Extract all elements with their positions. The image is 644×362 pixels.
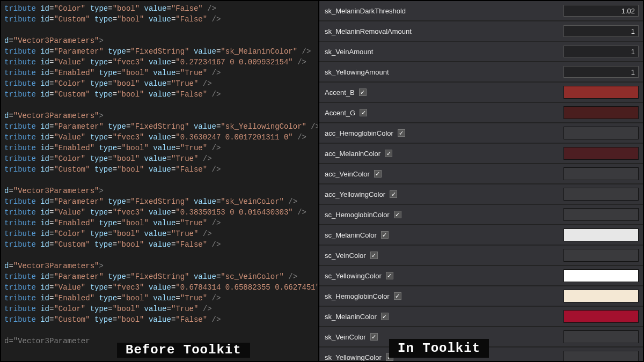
numeric-input[interactable]: 1 — [564, 46, 639, 57]
property-label: acc_VeinColor — [325, 170, 370, 178]
checkbox-icon[interactable]: ✓ — [374, 170, 382, 178]
property-panel: sk_MelaninDarkThreshold1.02sk_MelaninRem… — [319, 1, 643, 361]
property-label: Accent_B — [325, 88, 355, 97]
property-label: Accent_G — [325, 109, 355, 117]
code-line: tribute id="Parameter" type="FixedString… — [4, 196, 315, 207]
property-label: sk_MelaninColor — [325, 313, 377, 321]
property-label: sk_YellowingAmount — [325, 68, 389, 76]
code-line: tribute id="Color" type="bool" value="Tr… — [4, 304, 315, 314]
color-swatch[interactable] — [564, 106, 639, 119]
property-list: sk_MelaninDarkThreshold1.02sk_MelaninRem… — [319, 1, 643, 361]
property-row-color: acc_MelaninColor✓ — [319, 144, 643, 164]
property-row-numeric: sk_VeinAmount1 — [319, 42, 643, 62]
property-row-color: sk_HemoglobinColor✓ — [319, 286, 643, 306]
checkbox-icon[interactable]: ✓ — [390, 190, 397, 198]
checkbox-icon[interactable]: ✓ — [398, 129, 405, 137]
code-line: tribute id="Color" type="bool" value="Tr… — [4, 153, 315, 164]
property-row-color: sc_YellowingColor✓ — [319, 266, 643, 286]
property-row-numeric: sk_MelaninRemovalAmount1 — [319, 21, 643, 41]
property-row-color: sc_HemoglobinColor✓ — [319, 205, 643, 225]
code-line: tribute id="Custom" type="bool" value="F… — [4, 239, 315, 250]
property-label: sk_MelaninDarkThreshold — [325, 7, 406, 15]
property-row-color: acc_VeinColor✓ — [319, 164, 643, 184]
xml-code: tribute id="Color" type="bool" value="Fa… — [4, 3, 315, 346]
color-swatch[interactable] — [564, 310, 639, 323]
code-line: tribute id="Custom" type="bool" value="F… — [4, 89, 315, 100]
code-line: tribute id="Enabled" type="bool" value="… — [4, 218, 315, 228]
color-swatch[interactable] — [564, 249, 639, 262]
color-swatch[interactable] — [564, 86, 639, 99]
property-row-color: Accent_B✓ — [319, 83, 643, 102]
property-row-color: acc_HemoglobinColor✓ — [319, 123, 643, 143]
blank-line — [4, 250, 315, 261]
property-label: sc_HemoglobinColor — [325, 211, 390, 219]
checkbox-icon[interactable]: ✓ — [359, 88, 367, 96]
property-label: sc_VeinColor — [325, 252, 366, 260]
blank-line — [4, 100, 315, 110]
checkbox-icon[interactable]: ✓ — [394, 292, 401, 300]
numeric-input[interactable]: 1 — [564, 25, 639, 37]
blank-line — [4, 325, 315, 336]
code-line: tribute id="Color" type="bool" value="Tr… — [4, 228, 315, 239]
blank-line — [4, 175, 315, 186]
code-line: d="Vector3Parameters"> — [4, 110, 315, 121]
property-row-color: sk_MelaninColor✓ — [319, 307, 643, 327]
code-line: d="Vector3Parameters"> — [4, 35, 315, 46]
color-swatch[interactable] — [564, 228, 639, 241]
property-label: acc_MelaninColor — [325, 150, 380, 158]
property-row-color: sc_MelaninColor✓ — [319, 225, 643, 245]
property-row-numeric: sk_YellowingAmount1 — [319, 62, 643, 82]
property-label: sk_MelaninRemovalAmount — [325, 27, 412, 35]
checkbox-icon[interactable]: ✓ — [370, 252, 378, 259]
checkbox-icon[interactable]: ✓ — [386, 272, 393, 279]
color-swatch[interactable] — [564, 188, 639, 201]
property-row-color: sc_VeinColor✓ — [319, 246, 643, 265]
color-swatch[interactable] — [564, 147, 639, 160]
code-line: tribute id="Color" type="bool" value="Fa… — [4, 3, 315, 14]
property-label: sk_VeinColor — [325, 333, 366, 341]
code-line: tribute id="Enabled" type="bool" value="… — [4, 68, 315, 78]
property-row-color: Accent_G✓ — [319, 103, 643, 123]
numeric-input[interactable]: 1.02 — [564, 5, 639, 17]
code-line: d="Vector3Parameters"> — [4, 261, 315, 271]
property-label: sk_YellowingColor — [325, 353, 382, 361]
property-label: sc_YellowingColor — [325, 272, 382, 280]
color-swatch[interactable] — [564, 290, 639, 302]
checkbox-icon[interactable]: ✓ — [394, 211, 401, 218]
color-swatch[interactable] — [564, 269, 639, 282]
code-line: tribute id="Custom" type="bool" value="F… — [4, 14, 315, 25]
property-row-color: acc_YellowingColor✓ — [319, 184, 643, 204]
color-swatch[interactable] — [564, 351, 639, 361]
code-line: tribute id="Custom" type="bool" value="F… — [4, 164, 315, 175]
checkbox-icon[interactable]: ✓ — [381, 313, 389, 320]
color-swatch[interactable] — [564, 127, 639, 139]
code-line: tribute id="Custom" type="bool" value="F… — [4, 314, 315, 325]
code-panel: tribute id="Color" type="bool" value="Fa… — [1, 1, 319, 361]
color-swatch[interactable] — [564, 167, 639, 180]
property-label: acc_YellowingColor — [325, 190, 385, 198]
code-line: tribute id="Parameter" type="FixedString… — [4, 46, 315, 57]
property-label: acc_HemoglobinColor — [325, 129, 393, 137]
checkbox-icon[interactable]: ✓ — [385, 150, 392, 157]
code-line: tribute id="Value" type="fvec3" value="0… — [4, 132, 315, 143]
code-line: tribute id="Enabled" type="bool" value="… — [4, 293, 315, 304]
code-line: d="Vector3Parameters"> — [4, 186, 315, 196]
code-line: tribute id="Value" type="fvec3" value="0… — [4, 282, 315, 293]
blank-line — [4, 25, 315, 35]
code-line: tribute id="Parameter" type="FixedString… — [4, 121, 315, 132]
checkbox-icon[interactable]: ✓ — [370, 333, 378, 341]
checkbox-icon[interactable]: ✓ — [360, 109, 367, 116]
code-line: tribute id="Value" type="fvec3" value="0… — [4, 57, 315, 68]
caption-before-toolkit: Before Toolkit — [117, 343, 250, 358]
color-swatch[interactable] — [564, 208, 639, 221]
property-label: sk_HemoglobinColor — [325, 292, 390, 300]
checkbox-icon[interactable]: ✓ — [381, 231, 389, 239]
property-label: sc_MelaninColor — [325, 231, 377, 239]
numeric-input[interactable]: 1 — [564, 66, 639, 78]
caption-in-toolkit: In Toolkit — [389, 339, 489, 358]
property-label: sk_VeinAmount — [325, 48, 373, 56]
color-swatch[interactable] — [564, 330, 639, 343]
code-line: tribute id="Color" type="bool" value="Tr… — [4, 78, 315, 89]
property-row-numeric: sk_MelaninDarkThreshold1.02 — [319, 1, 643, 21]
code-line: tribute id="Parameter" type="FixedString… — [4, 271, 315, 282]
